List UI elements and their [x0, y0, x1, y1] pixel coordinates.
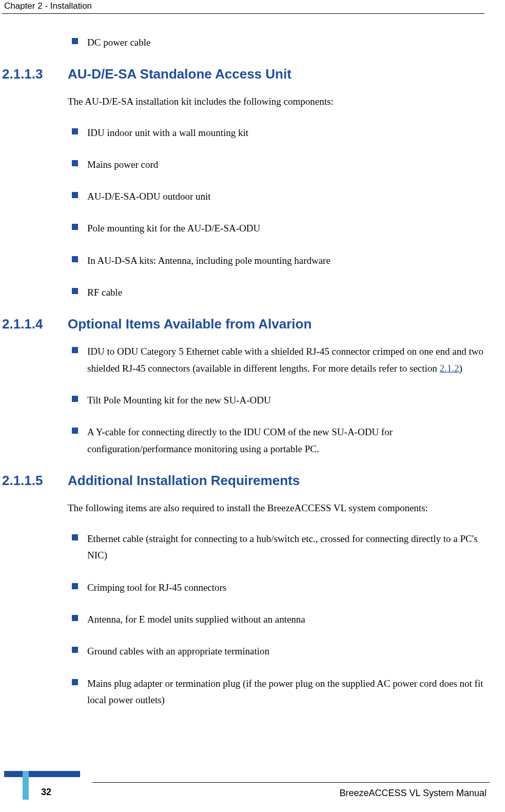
- bullet-text: AU-D/E-SA-ODU outdoor unit: [87, 188, 490, 205]
- text-segment: ): [459, 363, 462, 374]
- bullet-text: Crimping tool for RJ-45 connectors: [87, 579, 490, 596]
- bullet-square-icon: [72, 256, 78, 262]
- section-title: Optional Items Available from Alvarion: [68, 316, 490, 332]
- bullet-square-icon: [72, 38, 78, 44]
- bullet-square-icon: [72, 679, 78, 685]
- footer-row: 32 BreezeACCESS VL System Manual: [0, 787, 505, 800]
- text-segment: IDU to ODU Category 5 Ethernet cable wit…: [87, 346, 483, 373]
- bullet-square-icon: [72, 583, 78, 589]
- section-number: 2.1.1.5: [2, 473, 68, 489]
- accent-bar-horizontal: [4, 771, 80, 777]
- bullet-text: Ground cables with an appropriate termin…: [87, 643, 490, 660]
- bullet-square-icon: [72, 615, 78, 621]
- bullet-square-icon: [72, 192, 78, 198]
- list-item: Tilt Pole Mounting kit for the new SU-A-…: [0, 392, 490, 409]
- list-item: Mains power cord: [0, 157, 490, 173]
- bullet-text: Pole mounting kit for the AU-D/E-SA-ODU: [87, 220, 490, 237]
- bullet-text: RF cable: [87, 284, 490, 301]
- bullet-text: DC power cable: [87, 34, 490, 51]
- section-intro: The following items are also required to…: [0, 500, 490, 516]
- page-content: DC power cable 2.1.1.3 AU-D/E-SA Standal…: [0, 34, 505, 708]
- bullet-list: IDU to ODU Category 5 Ethernet cable wit…: [0, 343, 490, 457]
- list-item: Ethernet cable (straight for connecting …: [0, 531, 490, 564]
- bullet-square-icon: [72, 428, 78, 434]
- bullet-text: IDU to ODU Category 5 Ethernet cable wit…: [87, 343, 490, 377]
- section-heading: 2.1.1.4 Optional Items Available from Al…: [0, 316, 490, 332]
- list-item: DC power cable: [0, 34, 490, 51]
- footer-divider: [92, 782, 490, 783]
- bullet-square-icon: [72, 288, 78, 294]
- list-item: Ground cables with an appropriate termin…: [0, 643, 490, 660]
- list-item: AU-D/E-SA-ODU outdoor unit: [0, 188, 490, 205]
- section-heading: 2.1.1.5 Additional Installation Requirem…: [0, 473, 490, 489]
- bullet-square-icon: [72, 160, 78, 166]
- page-number: 32: [0, 787, 92, 800]
- document-page: Chapter 2 - Installation DC power cable …: [0, 0, 505, 812]
- bullet-text: A Y-cable for connecting directly to the…: [87, 424, 490, 457]
- manual-title: BreezeACCESS VL System Manual: [92, 788, 505, 799]
- bullet-text: IDU indoor unit with a wall mounting kit: [87, 125, 490, 141]
- bullet-text: Mains power cord: [87, 157, 490, 173]
- section-heading: 2.1.1.3 AU-D/E-SA Standalone Access Unit: [0, 66, 490, 82]
- section-number: 2.1.1.4: [2, 316, 68, 332]
- bullet-text: Ethernet cable (straight for connecting …: [87, 531, 490, 564]
- bullet-text: Tilt Pole Mounting kit for the new SU-A-…: [87, 392, 490, 409]
- list-item: Antenna, for E model units supplied with…: [0, 611, 490, 628]
- list-item: Crimping tool for RJ-45 connectors: [0, 579, 490, 596]
- bullet-square-icon: [72, 534, 78, 540]
- bullet-square-icon: [72, 347, 78, 353]
- page-footer: 32 BreezeACCESS VL System Manual: [0, 782, 505, 800]
- list-item: RF cable: [0, 284, 490, 301]
- section-title: AU-D/E-SA Standalone Access Unit: [68, 66, 490, 82]
- bullet-list: IDU indoor unit with a wall mounting kit…: [0, 125, 490, 301]
- section-number: 2.1.1.3: [2, 66, 68, 82]
- bullet-square-icon: [72, 647, 78, 653]
- accent-bar-vertical: [23, 771, 29, 800]
- list-item: IDU indoor unit with a wall mounting kit: [0, 125, 490, 141]
- bullet-list: Ethernet cable (straight for connecting …: [0, 531, 490, 708]
- bullet-text: Mains plug adapter or termination plug (…: [87, 675, 490, 709]
- section-title: Additional Installation Requirements: [68, 473, 490, 489]
- header-text: Chapter 2 - Installation: [4, 1, 92, 11]
- list-item: In AU-D-SA kits: Antenna, including pole…: [0, 253, 490, 269]
- bullet-square-icon: [72, 396, 78, 402]
- bullet-text: In AU-D-SA kits: Antenna, including pole…: [87, 253, 490, 269]
- section-intro: The AU-D/E-SA installation kit includes …: [0, 93, 490, 110]
- list-item: Mains plug adapter or termination plug (…: [0, 675, 490, 709]
- list-item: IDU to ODU Category 5 Ethernet cable wit…: [0, 343, 490, 377]
- list-item: A Y-cable for connecting directly to the…: [0, 424, 490, 457]
- bullet-square-icon: [72, 128, 78, 134]
- page-header: Chapter 2 - Installation: [2, 0, 484, 14]
- list-item: Pole mounting kit for the AU-D/E-SA-ODU: [0, 220, 490, 237]
- bullet-square-icon: [72, 224, 78, 230]
- cross-reference-link[interactable]: 2.1.2: [440, 363, 459, 374]
- bullet-text: Antenna, for E model units supplied with…: [87, 611, 490, 628]
- bullet-list: DC power cable: [0, 34, 490, 51]
